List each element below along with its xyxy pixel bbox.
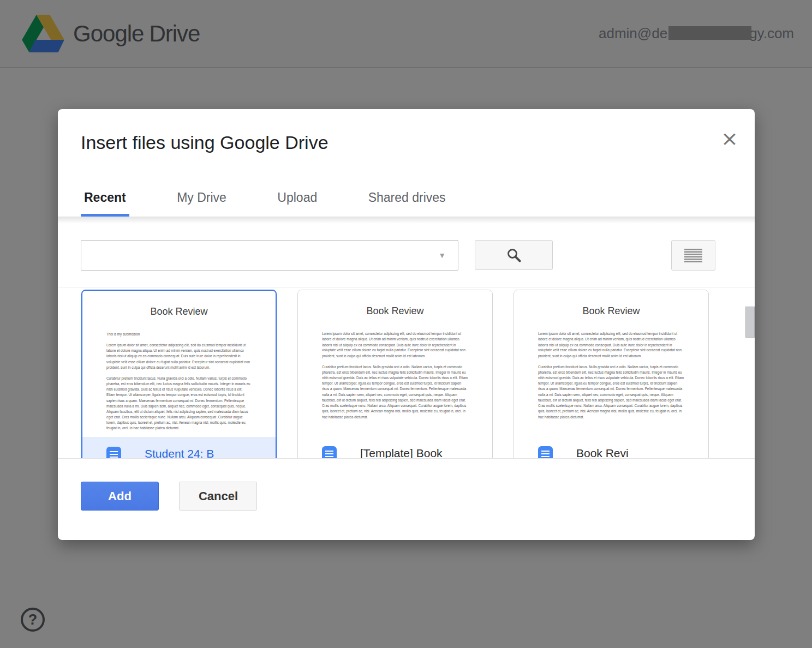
- card-footer: Student 24: B: [82, 437, 276, 458]
- vertical-scrollbar-thumb[interactable]: [745, 307, 755, 338]
- tab-recent[interactable]: Recent: [81, 190, 129, 217]
- cancel-button[interactable]: Cancel: [179, 482, 257, 511]
- list-view-icon: [684, 249, 702, 262]
- file-name: Book Revi: [576, 447, 629, 458]
- tab-shared-drives[interactable]: Shared drives: [365, 190, 449, 217]
- doc-preview-title: Book Review: [322, 305, 468, 317]
- file-card-template-book[interactable]: Book Review Lorem ipsum dolor sit amet, …: [297, 290, 493, 458]
- card-footer: Book Revi: [514, 436, 708, 458]
- file-cards-area: Book Review This is my submission Lorem …: [58, 287, 755, 458]
- doc-preview: Book Review Lorem ipsum dolor sit amet, …: [298, 290, 492, 436]
- search-toolbar: ▼: [58, 217, 755, 287]
- file-name: [Template] Book: [360, 447, 443, 458]
- doc-paragraph: Lorem ipsum dolor sit amet, consectetur …: [538, 331, 684, 359]
- dialog-title: Insert files using Google Drive: [58, 109, 755, 153]
- close-icon: ×: [721, 127, 738, 151]
- tab-my-drive[interactable]: My Drive: [174, 190, 230, 217]
- doc-preview: Book Review Lorem ipsum dolor sit amet, …: [514, 290, 708, 436]
- google-doc-icon: [322, 446, 337, 459]
- dialog-footer: Add Cancel: [58, 458, 755, 533]
- file-name: Student 24: B: [145, 447, 214, 458]
- doc-preview-title: Book Review: [538, 305, 684, 317]
- doc-paragraph: Curabitur pretium tincidunt lacus. Nulla…: [106, 376, 252, 431]
- insert-files-dialog: × Insert files using Google Drive Recent…: [58, 109, 755, 540]
- list-view-button[interactable]: [671, 240, 715, 271]
- google-doc-icon: [106, 447, 121, 459]
- search-button[interactable]: [475, 240, 553, 270]
- doc-paragraph: Curabitur pretium tincidunt lacus. Nulla…: [322, 364, 468, 420]
- doc-paragraph: Lorem ipsum dolor sit amet, consectetur …: [322, 331, 468, 359]
- tab-upload[interactable]: Upload: [274, 190, 320, 217]
- file-card-book-review[interactable]: Book Review Lorem ipsum dolor sit amet, …: [514, 290, 709, 458]
- doc-paragraph: Curabitur pretium tincidunt lacus. Nulla…: [538, 364, 684, 420]
- doc-paragraph: Lorem ipsum dolor sit amet, consectetur …: [106, 343, 252, 370]
- search-icon: [506, 247, 522, 263]
- file-card-student-24[interactable]: Book Review This is my submission Lorem …: [81, 290, 277, 458]
- file-type-select[interactable]: ▼: [81, 240, 458, 271]
- close-button[interactable]: ×: [719, 128, 741, 149]
- dialog-tabs: Recent My Drive Upload Shared drives: [58, 190, 755, 217]
- doc-note: This is my submission: [106, 332, 252, 337]
- add-button[interactable]: Add: [81, 482, 159, 511]
- google-doc-icon: [538, 446, 553, 459]
- chevron-down-icon: ▼: [438, 251, 446, 260]
- doc-preview-title: Book Review: [106, 306, 252, 317]
- card-footer: [Template] Book: [298, 436, 492, 458]
- doc-preview: Book Review This is my submission Lorem …: [82, 291, 276, 437]
